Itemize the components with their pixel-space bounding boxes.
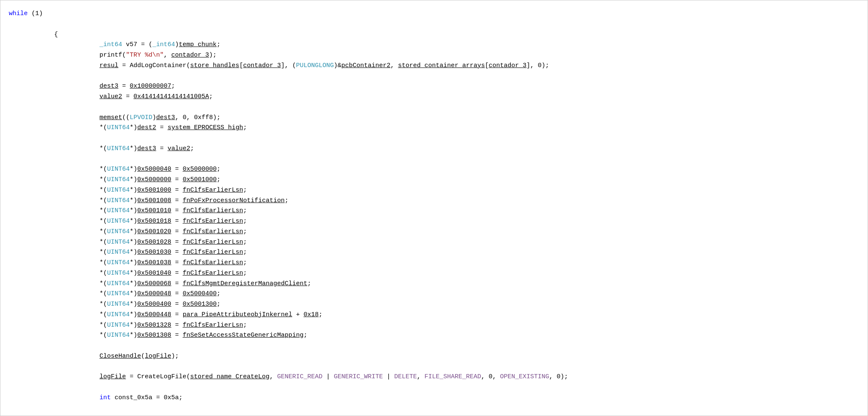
line-mem-5001028: *(UINT64*)0x5001028 = fnClfsEarlierLsn; (9, 237, 859, 248)
line-open-brace: { (9, 30, 859, 40)
line-empty8 (9, 382, 859, 393)
code-viewer: while (1) { _int64 v57 = (_int64)temp_ch… (0, 0, 868, 416)
line-int64-decl: _int64 v57 = (_int64)temp_chunk; (9, 40, 859, 50)
line-dest2-assign: *(UINT64*)dest2 = system_EPROCESS_high; (9, 123, 859, 133)
keyword-while: while (9, 10, 28, 17)
line-mem-5001030: *(UINT64*)0x5001030 = fnClfsEarlierLsn; (9, 247, 859, 258)
line-int-const: int const_0x5a = 0x5a; (9, 393, 859, 403)
line-empty7 (9, 362, 859, 372)
line-mem-5000448: *(UINT64*)0x5000448 = para_PipeAttribute… (9, 310, 859, 320)
line-mem-5001010: *(UINT64*)0x5001010 = fnClfsEarlierLsn; (9, 206, 859, 216)
line-mem-5000000: *(UINT64*)0x5000000 = 0x5001000; (9, 175, 859, 185)
line-empty6 (9, 341, 859, 351)
line-resul: resul = AddLogContainer(store_handles[co… (9, 61, 859, 71)
line-mem-5000040: *(UINT64*)0x5000040 = 0x5000000; (9, 164, 859, 175)
line-mem-5001308: *(UINT64*)0x5001308 = fnSeSetAccessState… (9, 330, 859, 341)
line-mem-5001328: *(UINT64*)0x5001328 = fnClfsEarlierLsn; (9, 320, 859, 331)
line-memset: memset((LPVOID)dest3, 0, 0xff8); (9, 113, 859, 123)
line-mem-5000048: *(UINT64*)0x5000048 = 0x5000400; (9, 289, 859, 299)
line-empty4 (9, 133, 859, 144)
line-empty5 (9, 154, 859, 165)
line-printf: printf("TRY %d\n", contador_3); (9, 50, 859, 61)
line-dest3-assign: *(UINT64*)dest3 = value2; (9, 144, 859, 154)
line-mem-5000400: *(UINT64*)0x5000400 = 0x5001300; (9, 299, 859, 310)
line-mem-5001000: *(UINT64*)0x5001000 = fnClfsEarlierLsn; (9, 185, 859, 196)
line-createlogfile: logFile = CreateLogFile(stored_name_Crea… (9, 372, 859, 382)
line-closehandle: CloseHandle(logFile); (9, 351, 859, 362)
line-value2: value2 = 0x41414141414141005A; (9, 92, 859, 102)
line-mem-5000068: *(UINT64*)0x5000068 = fnClfsMgmtDeregist… (9, 279, 859, 289)
line-empty2 (9, 71, 859, 82)
line-mem-5001038: *(UINT64*)0x5001038 = fnClfsEarlierLsn; (9, 258, 859, 268)
line-mem-5001018: *(UINT64*)0x5001018 = fnClfsEarlierLsn; (9, 216, 859, 227)
line-empty3 (9, 102, 859, 113)
line-while: while (1) (9, 9, 859, 19)
line-mem-5001020: *(UINT64*)0x5001020 = fnClfsEarlierLsn; (9, 227, 859, 237)
line-empty1 (9, 19, 859, 30)
line-mem-5001008: *(UINT64*)0x5001008 = fnPoFxProcessorNot… (9, 196, 859, 206)
line-dest3: dest3 = 0x100000007; (9, 81, 859, 92)
line-mem-5001040: *(UINT64*)0x5001040 = fnClfsEarlierLsn; (9, 268, 859, 279)
